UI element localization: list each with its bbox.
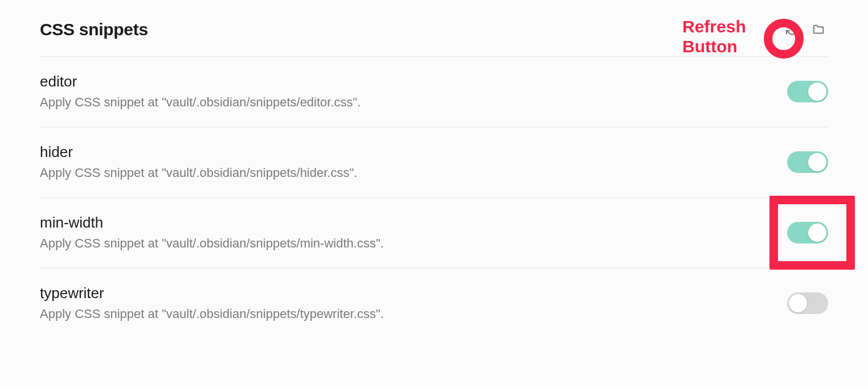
refresh-button[interactable] <box>783 20 802 39</box>
snippet-description: Apply CSS snippet at "vault/.obsidian/sn… <box>40 166 787 180</box>
snippet-name: editor <box>40 73 787 90</box>
snippet-toggle[interactable] <box>787 222 828 243</box>
toggle-knob <box>808 82 826 101</box>
snippet-description: Apply CSS snippet at "vault/.obsidian/sn… <box>40 307 787 321</box>
snippet-name: min-width <box>40 214 787 232</box>
header-actions <box>783 20 828 39</box>
snippet-info: hiderApply CSS snippet at "vault/.obsidi… <box>40 143 787 180</box>
snippet-info: editorApply CSS snippet at "vault/.obsid… <box>40 73 787 110</box>
snippet-row: editorApply CSS snippet at "vault/.obsid… <box>40 57 828 127</box>
css-snippets-section: CSS snippets editorApply CSS snippet at … <box>0 0 868 339</box>
open-folder-button[interactable] <box>809 20 828 39</box>
toggle-knob <box>808 224 826 242</box>
folder-icon <box>812 23 825 36</box>
snippet-description: Apply CSS snippet at "vault/.obsidian/sn… <box>40 95 787 110</box>
snippet-name: typewriter <box>40 284 787 302</box>
snippet-row: typewriterApply CSS snippet at "vault/.o… <box>40 269 828 339</box>
section-header: CSS snippets <box>40 20 828 57</box>
snippet-row: min-widthApply CSS snippet at "vault/.ob… <box>40 198 828 269</box>
snippet-description: Apply CSS snippet at "vault/.obsidian/sn… <box>40 236 787 251</box>
snippet-row: hiderApply CSS snippet at "vault/.obsidi… <box>40 127 828 198</box>
section-title: CSS snippets <box>40 20 148 39</box>
toggle-knob <box>808 153 826 171</box>
snippet-name: hider <box>40 143 787 161</box>
snippet-info: typewriterApply CSS snippet at "vault/.o… <box>40 284 787 321</box>
snippet-list: editorApply CSS snippet at "vault/.obsid… <box>40 57 828 339</box>
snippet-toggle[interactable] <box>787 81 828 102</box>
toggle-knob <box>789 294 807 312</box>
snippet-info: min-widthApply CSS snippet at "vault/.ob… <box>40 214 787 251</box>
snippet-toggle[interactable] <box>787 151 828 173</box>
refresh-icon <box>786 23 799 36</box>
snippet-toggle[interactable] <box>787 292 828 314</box>
